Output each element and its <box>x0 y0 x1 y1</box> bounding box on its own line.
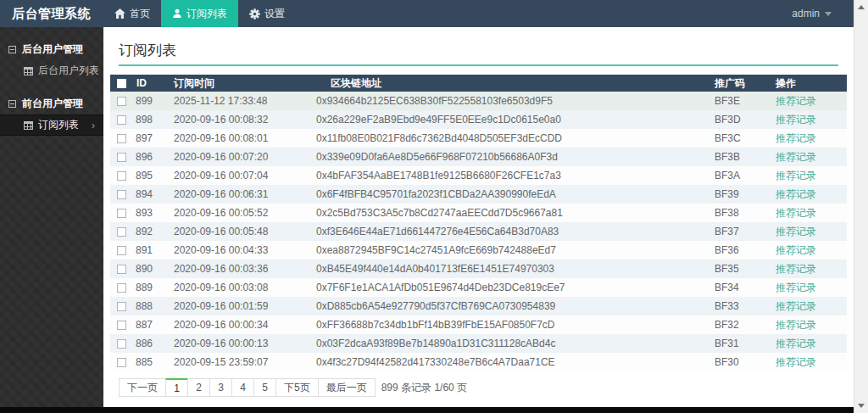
top-navbar: 后台管理系统 首页 订阅列表 设置 a <box>0 0 854 27</box>
row-checkbox[interactable] <box>117 283 126 293</box>
recommend-record-link[interactable]: 推荐记录 <box>776 282 816 293</box>
cell-id: 885 <box>132 353 170 371</box>
sidebar-group-backend-users[interactable]: 后台用户管理 <box>0 39 103 60</box>
select-all-checkbox[interactable] <box>117 79 126 88</box>
column-header-operations: 操作 <box>776 75 847 92</box>
cell-subscribe-time: 2020-09-16 00:05:48 <box>170 222 306 241</box>
user-menu[interactable]: admin <box>792 0 854 27</box>
row-checkbox[interactable] <box>117 97 126 106</box>
pagination-page-5[interactable]: 5 <box>253 378 276 397</box>
cell-blockchain-address: 0x339e09D0fa6Ae8D5e66F968F07210b56686A0F… <box>306 148 711 166</box>
cell-subscribe-time: 2020-09-16 00:07:04 <box>170 166 306 185</box>
table-row: 888 2020-09-16 00:01:59 0xD885cb6A54e927… <box>110 297 847 315</box>
cell-promo-code: BF38 <box>711 204 776 222</box>
row-checkbox[interactable] <box>117 302 126 311</box>
row-checkbox[interactable] <box>117 171 126 181</box>
nav-item-label: 设置 <box>264 7 285 21</box>
sidebar-group-frontend-users[interactable]: 前台用户管理 <box>0 93 103 114</box>
pagination-next-button[interactable]: 下一页 <box>119 378 166 397</box>
row-checkbox[interactable] <box>117 115 126 125</box>
recommend-record-link[interactable]: 推荐记录 <box>776 132 816 144</box>
recommend-record-link[interactable]: 推荐记录 <box>776 151 816 163</box>
collapse-icon <box>8 100 16 108</box>
column-header-id: ID <box>132 75 170 92</box>
column-header-code: 推广码 <box>711 75 776 92</box>
cell-id: 886 <box>132 334 170 353</box>
cell-promo-code: BF3A <box>711 166 776 185</box>
user-icon <box>172 8 182 19</box>
recommend-record-link[interactable]: 推荐记录 <box>776 356 816 368</box>
pagination-next5-button[interactable]: 下5页 <box>275 378 319 397</box>
page-scrollbar[interactable] <box>854 0 868 413</box>
nav-item-home[interactable]: 首页 <box>103 0 161 27</box>
cell-id: 897 <box>132 129 170 148</box>
cell-subscribe-time: 2020-09-16 00:04:33 <box>170 241 306 260</box>
cell-promo-code: BF37 <box>711 222 776 241</box>
bottom-edge <box>0 407 854 413</box>
row-checkbox[interactable] <box>117 246 126 255</box>
cell-promo-code: BF31 <box>711 334 776 353</box>
recommend-record-link[interactable]: 推荐记录 <box>776 300 816 312</box>
cell-blockchain-address: 0xFF36688b7c34db1bFf14bB39fFbE15AF0850F7… <box>306 315 711 334</box>
recommend-record-link[interactable]: 推荐记录 <box>776 338 816 349</box>
row-checkbox[interactable] <box>117 321 126 330</box>
cell-promo-code: BF33 <box>711 297 776 315</box>
pagination-page-4[interactable]: 4 <box>231 378 254 397</box>
nav-item-settings[interactable]: 设置 <box>238 0 296 27</box>
cell-promo-code: BF3D <box>711 110 776 129</box>
cell-promo-code: BF30 <box>711 353 776 371</box>
cell-promo-code: BF34 <box>711 278 776 297</box>
row-checkbox[interactable] <box>117 134 126 143</box>
cell-blockchain-address: 0x2c5Bd753C3A5c7b8Cd2747aaEECdd7D5c9667a… <box>306 204 711 222</box>
recommend-record-link[interactable]: 推荐记录 <box>776 263 816 275</box>
pagination-page-2[interactable]: 2 <box>187 378 210 397</box>
sidebar-item-subscription-list[interactable]: 订阅列表 › <box>0 114 103 136</box>
cell-promo-code: BF3B <box>711 148 776 166</box>
scroll-down-icon[interactable] <box>858 404 865 408</box>
sidebar-item-backend-user-list[interactable]: 后台用户列表 <box>0 60 103 81</box>
main-panel: 订阅列表 ID 订阅时间 区块链地址 推广码 操作 899 2025-11-12… <box>103 27 854 407</box>
cell-promo-code: BF36 <box>711 241 776 260</box>
cell-promo-code: BF32 <box>711 315 776 334</box>
row-checkbox[interactable] <box>117 209 126 218</box>
cell-subscribe-time: 2020-09-15 23:59:07 <box>170 353 306 371</box>
pagination-page-3[interactable]: 3 <box>209 378 232 397</box>
cell-subscribe-time: 2020-09-16 00:03:36 <box>170 260 306 278</box>
row-checkbox[interactable] <box>117 190 126 199</box>
cell-id: 888 <box>132 297 170 315</box>
row-checkbox[interactable] <box>117 153 126 162</box>
cell-id: 890 <box>132 260 170 278</box>
nav-item-subscriptions[interactable]: 订阅列表 <box>161 0 238 27</box>
row-checkbox[interactable] <box>117 358 126 367</box>
collapse-icon <box>8 46 16 53</box>
recommend-record-link[interactable]: 推荐记录 <box>776 244 816 256</box>
sidebar-item-label: 订阅列表 <box>38 118 79 132</box>
cell-subscribe-time: 2020-09-16 00:06:31 <box>170 185 306 204</box>
recommend-record-link[interactable]: 推荐记录 <box>776 188 816 200</box>
recommend-record-link[interactable]: 推荐记录 <box>776 114 816 126</box>
scroll-up-icon[interactable] <box>858 5 865 9</box>
cell-subscribe-time: 2020-09-16 00:00:34 <box>170 315 306 334</box>
username: admin <box>792 8 820 20</box>
recommend-record-link[interactable]: 推荐记录 <box>776 226 816 237</box>
row-checkbox[interactable] <box>117 227 126 237</box>
recommend-record-link[interactable]: 推荐记录 <box>776 95 816 107</box>
row-checkbox[interactable] <box>117 265 126 274</box>
recommend-record-link[interactable]: 推荐记录 <box>776 170 816 181</box>
cell-blockchain-address: 0xea8872945BF9C14c27451A9fcE669b742488eE… <box>306 241 711 260</box>
pagination-page-1[interactable]: 1 <box>165 378 188 397</box>
pagination-last-button[interactable]: 最后一页 <box>318 378 376 397</box>
row-checkbox[interactable] <box>117 339 126 349</box>
cell-id: 891 <box>132 241 170 260</box>
sidebar: 后台用户管理 后台用户列表 前台用户管理 订阅列表 › <box>0 27 103 407</box>
record-count-summary: 899 条记录 1/60 页 <box>381 381 467 395</box>
recommend-record-link[interactable]: 推荐记录 <box>776 207 816 219</box>
cell-blockchain-address: 0x7F6F1e1ACA1AfDb051E9674d4Deb23DCe819cE… <box>306 278 711 297</box>
title-divider <box>119 64 838 66</box>
cell-id: 895 <box>132 166 170 185</box>
cell-blockchain-address: 0x11fb08E0B021F8d6c7362Bd4048D505EF3dEcC… <box>306 129 711 148</box>
recommend-record-link[interactable]: 推荐记录 <box>776 319 816 331</box>
cell-id: 894 <box>132 185 170 204</box>
table-row: 889 2020-09-16 00:03:08 0x7F6F1e1ACA1AfD… <box>110 278 847 297</box>
cell-id: 892 <box>132 222 170 241</box>
